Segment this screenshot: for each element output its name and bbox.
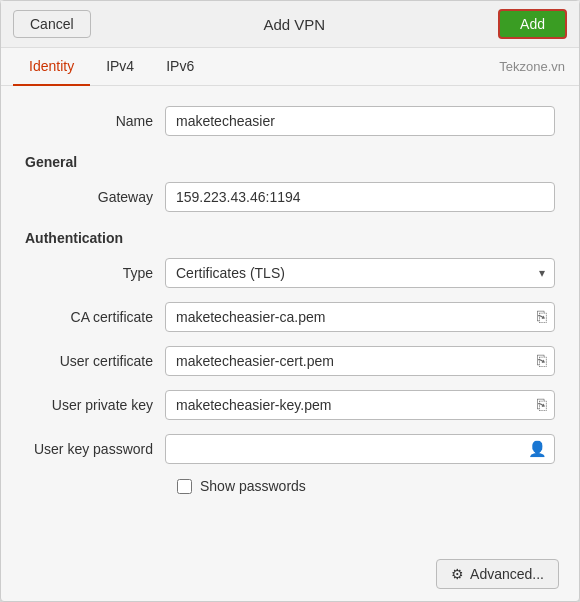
user-cert-row: User certificate ⎘ xyxy=(25,346,555,376)
user-key-row: User private key ⎘ xyxy=(25,390,555,420)
show-passwords-row: Show passwords xyxy=(177,478,555,494)
add-vpn-dialog: Cancel Add VPN Add Identity IPv4 IPv6 Te… xyxy=(0,0,580,602)
user-cert-input[interactable] xyxy=(165,346,555,376)
user-key-input-wrap: ⎘ xyxy=(165,390,555,420)
user-cert-input-wrap: ⎘ xyxy=(165,346,555,376)
ca-cert-input[interactable] xyxy=(165,302,555,332)
dialog-header: Cancel Add VPN Add xyxy=(1,1,579,48)
gateway-input[interactable] xyxy=(165,182,555,212)
dialog-footer: ⚙ Advanced... xyxy=(1,547,579,601)
type-select[interactable]: Certificates (TLS)PasswordPassword with … xyxy=(165,258,555,288)
user-cert-label: User certificate xyxy=(25,353,165,369)
user-key-input[interactable] xyxy=(165,390,555,420)
dialog-content: Name General Gateway Authentication Type… xyxy=(1,86,579,547)
gateway-row: Gateway xyxy=(25,182,555,212)
name-input[interactable] xyxy=(165,106,555,136)
person-icon: 👤 xyxy=(528,440,547,458)
auth-heading: Authentication xyxy=(25,230,555,246)
gear-icon: ⚙ xyxy=(451,566,464,582)
type-label: Type xyxy=(25,265,165,281)
user-key-label: User private key xyxy=(25,397,165,413)
file-copy-icon-2[interactable]: ⎘ xyxy=(537,352,547,370)
user-key-pass-input-wrap: 👤 xyxy=(165,434,555,464)
name-row: Name xyxy=(25,106,555,136)
tab-ipv6[interactable]: IPv6 xyxy=(150,48,210,86)
type-row: Type Certificates (TLS)PasswordPassword … xyxy=(25,258,555,288)
tab-identity[interactable]: Identity xyxy=(13,48,90,86)
user-key-pass-row: User key password 👤 xyxy=(25,434,555,464)
tab-ipv4[interactable]: IPv4 xyxy=(90,48,150,86)
dialog-title: Add VPN xyxy=(91,16,498,33)
type-select-wrap: Certificates (TLS)PasswordPassword with … xyxy=(165,258,555,288)
advanced-label: Advanced... xyxy=(470,566,544,582)
ca-cert-label: CA certificate xyxy=(25,309,165,325)
ca-cert-row: CA certificate ⎘ xyxy=(25,302,555,332)
cancel-button[interactable]: Cancel xyxy=(13,10,91,38)
tabs-bar: Identity IPv4 IPv6 Tekzone.vn xyxy=(1,48,579,86)
name-label: Name xyxy=(25,113,165,129)
watermark: Tekzone.vn xyxy=(499,59,565,74)
show-passwords-checkbox[interactable] xyxy=(177,479,192,494)
show-passwords-label[interactable]: Show passwords xyxy=(200,478,306,494)
ca-cert-input-wrap: ⎘ xyxy=(165,302,555,332)
user-key-pass-label: User key password xyxy=(25,441,165,457)
general-heading: General xyxy=(25,154,555,170)
user-key-pass-input[interactable] xyxy=(165,434,555,464)
add-button[interactable]: Add xyxy=(498,9,567,39)
gateway-label: Gateway xyxy=(25,189,165,205)
advanced-button[interactable]: ⚙ Advanced... xyxy=(436,559,559,589)
file-copy-icon-3[interactable]: ⎘ xyxy=(537,396,547,414)
file-copy-icon[interactable]: ⎘ xyxy=(537,308,547,326)
